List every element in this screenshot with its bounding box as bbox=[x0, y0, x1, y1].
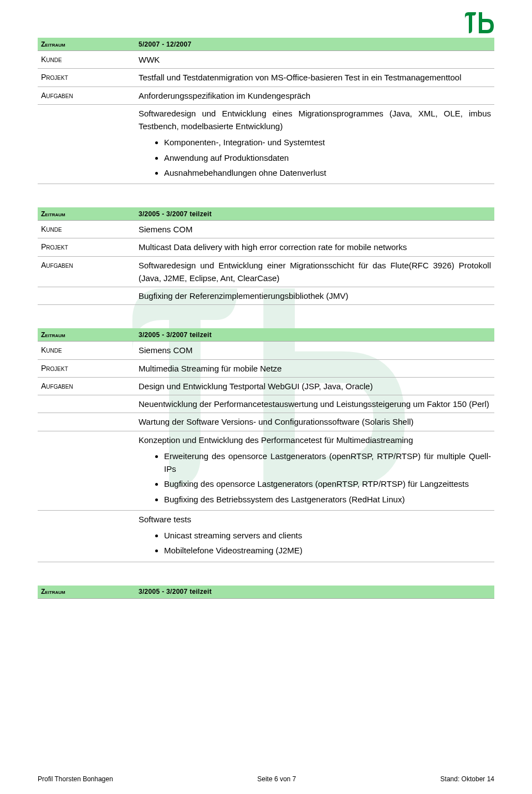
row-label: Kunde bbox=[41, 223, 139, 233]
header-label: Zeitraum bbox=[41, 331, 139, 339]
footer-right: Stand: Oktober 14 bbox=[441, 775, 494, 783]
row-projekt: Projekt Multicast Data delivery with hig… bbox=[38, 238, 494, 256]
row-label: Projekt bbox=[41, 241, 139, 251]
row-value: Konzeption und Entwicklung des Performan… bbox=[139, 434, 491, 508]
row-label: Kunde bbox=[41, 53, 139, 64]
bullet-item: Bugfixing des opensorce Lastgenerators (… bbox=[164, 477, 491, 490]
footer-center: Seite 6 von 7 bbox=[257, 775, 296, 783]
row-label bbox=[41, 415, 139, 417]
row-projekt: Projekt Testfall und Testdatenmigration … bbox=[38, 69, 494, 86]
row-value: Design und Entwicklung Testportal WebGUI… bbox=[139, 380, 491, 393]
row-kunde: Kunde Siemens COM bbox=[38, 342, 494, 359]
row-detail: Bugfixing der Referenzimplementierungsbi… bbox=[38, 287, 494, 305]
row-label: Aufgaben bbox=[41, 380, 139, 390]
row-label bbox=[41, 107, 139, 109]
header-value: 3/2005 - 3/2007 teilzeit bbox=[139, 331, 212, 339]
row-projekt: Projekt Multimedia Streaming für mobile … bbox=[38, 360, 494, 378]
row-aufgaben: Aufgaben Softwaredesign und Entwicklung … bbox=[38, 257, 494, 288]
row-kunde: Kunde WWK bbox=[38, 51, 494, 69]
row-label bbox=[41, 398, 139, 399]
section-header: Zeitraum 3/2005 - 3/2007 teilzeit bbox=[38, 586, 494, 599]
row-aufgaben: Aufgaben Anforderungsspezifikation im Ku… bbox=[38, 87, 494, 105]
bullet-item: Komponenten-, Integration- und Systemtes… bbox=[164, 136, 491, 149]
intro-text: Konzeption und Entwicklung des Performan… bbox=[139, 435, 413, 445]
row-value: Anforderungsspezifikation im Kundengespr… bbox=[139, 89, 491, 102]
row-value: Multicast Data delivery with high error … bbox=[139, 241, 491, 253]
row-aufgaben: Aufgaben Design und Entwicklung Testport… bbox=[38, 378, 494, 395]
row-label: Projekt bbox=[41, 71, 139, 82]
bullet-item: Ausnahmebehandlungen ohne Datenverlust bbox=[164, 166, 491, 179]
row-label: Projekt bbox=[41, 362, 139, 373]
project-block: Zeitraum 3/2005 - 3/2007 teilzeit bbox=[38, 586, 494, 599]
row-value: Neuentwicklung der Performancetestauswer… bbox=[139, 398, 491, 410]
bullet-item: Anwendung auf Produktionsdaten bbox=[164, 151, 491, 164]
tb-logo bbox=[464, 11, 494, 36]
row-detail: Konzeption und Entwicklung des Performan… bbox=[38, 431, 494, 511]
row-value: Softwaredesign und Entwicklung eines Mig… bbox=[139, 107, 491, 181]
row-value: Multimedia Streaming für mobile Netze bbox=[139, 362, 491, 375]
row-value: Wartung der Software Versions- und Confi… bbox=[139, 415, 491, 428]
project-block: Zeitraum 5/2007 - 12/2007 Kunde WWK Proj… bbox=[38, 38, 494, 184]
row-detail: Softwaredesign und Entwicklung eines Mig… bbox=[38, 105, 494, 184]
row-label bbox=[41, 434, 139, 435]
row-label bbox=[41, 513, 139, 515]
project-block: Zeitraum 3/2005 - 3/2007 teilzeit Kunde … bbox=[38, 207, 494, 305]
row-value: Testfall und Testdatenmigration von MS-O… bbox=[139, 71, 491, 84]
header-label: Zeitraum bbox=[41, 210, 139, 218]
header-value: 3/2005 - 3/2007 teilzeit bbox=[139, 210, 212, 218]
row-value: WWK bbox=[139, 53, 491, 66]
section-header: Zeitraum 3/2005 - 3/2007 teilzeit bbox=[38, 328, 494, 342]
row-value: Bugfixing der Referenzimplementierungsbi… bbox=[139, 289, 491, 302]
section-header: Zeitraum 5/2007 - 12/2007 bbox=[38, 38, 494, 51]
row-label bbox=[41, 289, 139, 291]
row-value: Softwaredesign und Entwicklung einer Mig… bbox=[139, 259, 491, 285]
footer-left: Profil Thorsten Bonhagen bbox=[38, 775, 113, 783]
intro-text: Softwaredesign und Entwicklung eines Mig… bbox=[139, 109, 491, 131]
bullet-item: Erweiterung des opensorce Lastgenerators… bbox=[164, 450, 491, 476]
intro-text: Software tests bbox=[139, 515, 191, 524]
header-value: 5/2007 - 12/2007 bbox=[139, 40, 192, 48]
row-label: Kunde bbox=[41, 344, 139, 354]
project-block: Zeitraum 3/2005 - 3/2007 teilzeit Kunde … bbox=[38, 328, 494, 562]
row-detail: Neuentwicklung der Performancetestauswer… bbox=[38, 395, 494, 413]
bullet-item: Bugfixing des Betriebssystem des Lastgen… bbox=[164, 493, 491, 506]
row-label: Aufgaben bbox=[41, 259, 139, 269]
row-detail: Software tests Unicast streaming servers… bbox=[38, 511, 494, 562]
header-label: Zeitraum bbox=[41, 588, 139, 596]
header-label: Zeitraum bbox=[41, 40, 139, 48]
page-footer: Profil Thorsten Bonhagen Seite 6 von 7 S… bbox=[38, 775, 494, 783]
bullet-item: Unicast streaming servers and clients bbox=[164, 529, 491, 542]
row-kunde: Kunde Siemens COM bbox=[38, 221, 494, 238]
bullet-item: Mobiltelefone Videostreaming (J2ME) bbox=[164, 544, 491, 557]
row-value: Siemens COM bbox=[139, 344, 491, 357]
header-value: 3/2005 - 3/2007 teilzeit bbox=[139, 588, 212, 596]
row-value: Software tests Unicast streaming servers… bbox=[139, 513, 491, 559]
row-value: Siemens COM bbox=[139, 223, 491, 236]
row-detail: Wartung der Software Versions- und Confi… bbox=[38, 413, 494, 431]
row-label: Aufgaben bbox=[41, 89, 139, 100]
section-header: Zeitraum 3/2005 - 3/2007 teilzeit bbox=[38, 207, 494, 221]
